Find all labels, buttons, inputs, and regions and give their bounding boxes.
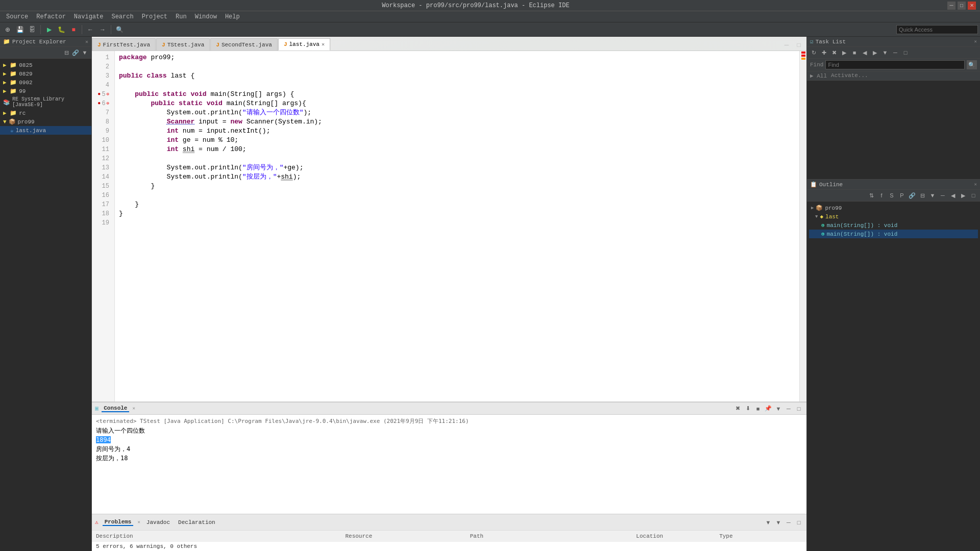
task-prev-button[interactable]: ◀ <box>860 48 869 57</box>
declaration-tab[interactable]: Declaration <box>176 519 217 525</box>
menu-navigate[interactable]: Navigate <box>70 12 108 21</box>
console-menu-button[interactable]: ▼ <box>774 404 783 413</box>
problems-filter-button[interactable]: ▼ <box>764 518 773 527</box>
forward-button[interactable]: → <box>97 24 108 35</box>
minimize-button[interactable]: ─ <box>947 2 955 10</box>
code-content[interactable]: package pro99; public class last { publi… <box>115 51 799 402</box>
outline-hide-fields-button[interactable]: f <box>877 191 886 200</box>
scroll-lock-button[interactable]: ⬇ <box>743 404 752 413</box>
save-button[interactable]: 💾 <box>14 24 26 35</box>
problems-close-icon: ✕ <box>137 519 140 525</box>
tab-firsttest[interactable]: J FirstTest.java <box>92 38 156 51</box>
tree-item-pro99[interactable]: ▼ 📦 pro99 <box>0 117 91 126</box>
menu-window[interactable]: Window <box>191 12 221 21</box>
link-editor-button[interactable]: 🔗 <box>71 48 80 57</box>
tree-item-99[interactable]: ▶ 📁 99 <box>0 87 91 95</box>
tab-lastjava[interactable]: J last.java ✕ <box>278 38 330 51</box>
task-maximize-button[interactable]: □ <box>901 48 910 57</box>
console-tab[interactable]: Console <box>102 405 129 412</box>
outline-sort-button[interactable]: ⇅ <box>867 191 876 200</box>
outline-prev-button[interactable]: ◀ <box>948 191 958 200</box>
outline-main-method-2[interactable]: ⊕ main(String[]) : void <box>809 230 978 238</box>
tree-item-jre[interactable]: 📚 RE System Library [JavaSE-9] <box>0 95 91 109</box>
stop-button[interactable]: ■ <box>68 24 79 35</box>
run-button[interactable]: ▶ <box>43 24 55 35</box>
right-marker-bar <box>799 51 806 402</box>
task-find-button[interactable]: 🔍 <box>967 60 977 69</box>
close-button[interactable]: ✕ <box>968 2 976 10</box>
tab-close-icon[interactable]: ✕ <box>322 41 325 47</box>
outline-minimize-button[interactable]: ─ <box>938 191 947 200</box>
task-list-close[interactable]: ✕ <box>974 39 977 44</box>
save-all-button[interactable]: 🗄 <box>27 24 38 35</box>
line-16: 16 <box>92 191 112 200</box>
menu-project[interactable]: Project <box>138 12 172 21</box>
explorer-menu-button[interactable]: ▼ <box>80 48 89 57</box>
task-all-label[interactable]: ▶ All <box>810 72 827 79</box>
outline-pro99[interactable]: ▶ 📦 pro99 <box>809 204 978 212</box>
maximize-button[interactable]: □ <box>958 2 966 10</box>
console-content[interactable]: <terminated> TStest [Java Application] C… <box>92 415 806 514</box>
tree-item-0902[interactable]: ▶ 📁 0902 <box>0 78 91 87</box>
terminate-button[interactable]: ■ <box>753 404 763 413</box>
outline-next-button[interactable]: ▶ <box>959 191 968 200</box>
maximize-problems-button[interactable]: □ <box>794 518 803 527</box>
clear-console-button[interactable]: ✖ <box>733 404 742 413</box>
code-editor[interactable]: 1 2 3 4 ●5⊖ ●6⊖ 7 8 9 10 11 12 13 14 <box>92 51 806 402</box>
breakpoint-5[interactable]: ● <box>97 90 101 99</box>
folder-icon: ▶ 📁 <box>3 110 17 116</box>
task-stop-button[interactable]: ■ <box>850 48 859 57</box>
problems-menu-button[interactable]: ▼ <box>774 518 783 527</box>
tree-item-0829[interactable]: ▶ 📁 0829 <box>0 69 91 78</box>
java-icon: ☕ <box>10 127 14 134</box>
menu-refactor[interactable]: Refactor <box>32 12 70 21</box>
task-find-input[interactable] <box>825 60 965 69</box>
task-refresh-button[interactable]: ↻ <box>809 48 818 57</box>
back-button[interactable]: ← <box>85 24 96 35</box>
maximize-editor-button[interactable]: □ <box>793 39 804 51</box>
minimize-editor-button[interactable]: ─ <box>781 39 792 51</box>
pin-console-button[interactable]: 📌 <box>764 404 773 413</box>
menu-help[interactable]: Help <box>221 12 244 21</box>
outline-hide-static-button[interactable]: S <box>887 191 896 200</box>
debug-button[interactable]: 🐛 <box>56 24 67 35</box>
collapse-all-button[interactable]: ⊟ <box>62 48 71 57</box>
breakpoint-6[interactable]: ● <box>97 99 101 108</box>
line-numbers: 1 2 3 4 ●5⊖ ●6⊖ 7 8 9 10 11 12 13 14 <box>92 51 115 402</box>
task-menu-button[interactable]: ▼ <box>880 48 890 57</box>
outline-hide-nonpub-button[interactable]: P <box>897 191 906 200</box>
javadoc-tab[interactable]: Javadoc <box>144 519 172 525</box>
tree-item-src[interactable]: ▶ 📁 rc <box>0 109 91 117</box>
tab-tstest[interactable]: J TStest.java <box>156 38 210 51</box>
outline-sync-button[interactable]: 🔗 <box>908 191 917 200</box>
task-minimize-button[interactable]: ─ <box>891 48 900 57</box>
minimize-problems-button[interactable]: ─ <box>784 518 793 527</box>
problems-tab[interactable]: Problems <box>103 519 134 526</box>
outline-close[interactable]: ✕ <box>974 182 977 187</box>
outline-main-method-1[interactable]: ⊕ main(String[]) : void <box>809 221 978 230</box>
outline-menu-button[interactable]: ▼ <box>928 191 937 200</box>
outline-collapse-button[interactable]: ⊟ <box>918 191 927 200</box>
tab-secondtest[interactable]: J SecondTest.java <box>210 38 278 51</box>
task-run-button[interactable]: ▶ <box>840 48 849 57</box>
outline-maximize-button[interactable]: □ <box>969 191 978 200</box>
outline-last-class[interactable]: ▼ ◆ last <box>809 212 978 221</box>
minimize-console-button[interactable]: ─ <box>784 404 793 413</box>
menu-search[interactable]: Search <box>107 12 137 21</box>
menu-run[interactable]: Run <box>172 12 191 21</box>
task-add-button[interactable]: ✚ <box>819 48 828 57</box>
explorer-close[interactable]: ✕ <box>85 39 88 45</box>
maximize-console-button[interactable]: □ <box>794 404 803 413</box>
menu-source[interactable]: Source <box>2 12 32 21</box>
quick-access-input[interactable] <box>896 25 978 34</box>
outline-expand-icon: ▶ <box>811 205 814 211</box>
input-highlight: 1894 <box>96 436 111 443</box>
tree-item-0825[interactable]: ▶ 📁 0825 <box>0 61 91 69</box>
search-button[interactable]: 🔍 <box>114 24 125 35</box>
task-activate-label[interactable]: Activate... <box>831 72 868 79</box>
tree-item-lastjava[interactable]: ☕ last.java <box>0 126 91 135</box>
task-find-label: Find <box>810 62 823 68</box>
task-delete-button[interactable]: ✖ <box>829 48 839 57</box>
new-button[interactable]: ⊕ <box>2 24 13 35</box>
task-next-button[interactable]: ▶ <box>870 48 879 57</box>
